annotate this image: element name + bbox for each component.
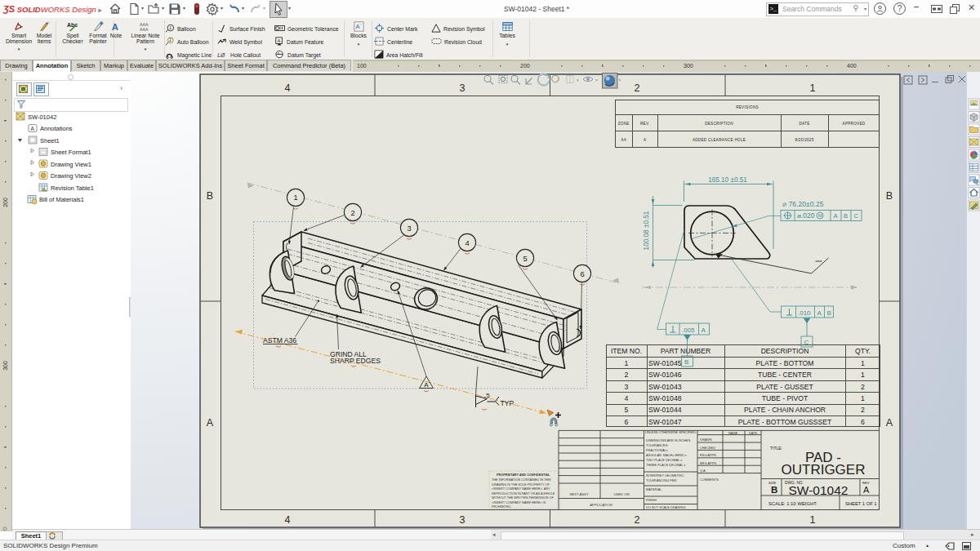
svg-text:Drawing View2: Drawing View2 xyxy=(51,172,91,180)
svg-text:5: 5 xyxy=(523,255,527,263)
svg-text:DATE: DATE xyxy=(749,431,757,435)
svg-text:FINISH: FINISH xyxy=(646,498,657,502)
svg-text:4: 4 xyxy=(285,514,291,526)
svg-text:2: 2 xyxy=(625,371,629,379)
svg-text:DRAWN: DRAWN xyxy=(700,438,712,442)
svg-text:1: 1 xyxy=(861,359,865,367)
svg-text:A: A xyxy=(31,126,35,131)
svg-text:Revision Table1: Revision Table1 xyxy=(51,184,94,192)
svg-text:SCALE: 1:10: SCALE: 1:10 xyxy=(768,501,796,506)
svg-text:A: A xyxy=(207,417,214,429)
svg-text:2: 2 xyxy=(635,82,640,94)
svg-text:ASTM A36: ASTM A36 xyxy=(263,336,296,344)
svg-text:3: 3 xyxy=(625,383,629,391)
svg-text:B: B xyxy=(844,212,848,220)
svg-text:M: M xyxy=(818,213,822,218)
svg-text:ANGULAR: MACH± BEND ±: ANGULAR: MACH± BEND ± xyxy=(646,453,688,457)
svg-text:AAA: AAA xyxy=(140,22,149,27)
svg-text:8/20/2025: 8/20/2025 xyxy=(795,138,813,142)
svg-text:A: A xyxy=(702,327,706,334)
svg-text:1: 1 xyxy=(810,82,816,94)
svg-text:MATERIAL: MATERIAL xyxy=(646,487,662,491)
svg-text:1: 1 xyxy=(169,25,172,30)
svg-text:TYP: TYP xyxy=(501,399,514,407)
svg-text:LØ: LØ xyxy=(217,52,225,58)
svg-text:300: 300 xyxy=(2,361,8,371)
svg-text:⌀.020: ⌀.020 xyxy=(797,211,815,220)
svg-text:SW-01043: SW-01043 xyxy=(648,383,682,391)
svg-text:TWO PLACE DECIMAL ±: TWO PLACE DECIMAL ± xyxy=(646,458,683,462)
svg-text:100.08 ±0.51: 100.08 ±0.51 xyxy=(643,211,650,250)
svg-text:3: 3 xyxy=(407,224,411,233)
svg-text:WITHOUT THE WRITTEN PERMISSION: WITHOUT THE WRITTEN PERMISSION OF xyxy=(492,496,554,500)
svg-text:COMMENTS:: COMMENTS: xyxy=(700,478,719,482)
svg-text:Sheet1: Sheet1 xyxy=(40,137,60,144)
svg-text:MFG APPR.: MFG APPR. xyxy=(700,461,717,465)
svg-text:QTY.: QTY. xyxy=(855,347,871,355)
svg-text:2: 2 xyxy=(861,383,865,391)
svg-text:PLATE - BOTTOM GUSSSET: PLATE - BOTTOM GUSSSET xyxy=(738,418,832,426)
svg-text:DIMENSIONS ARE IN INCHES: DIMENSIONS ARE IN INCHES xyxy=(646,438,691,442)
svg-text:1: 1 xyxy=(810,514,816,526)
svg-text:DESCRIPTION: DESCRIPTION xyxy=(705,122,733,126)
svg-text:A4: A4 xyxy=(621,138,626,142)
svg-text:TOLERANCES:: TOLERANCES: xyxy=(646,443,668,447)
svg-text:NEXT ASSY: NEXT ASSY xyxy=(569,492,588,496)
svg-text:TITLE:: TITLE: xyxy=(770,446,782,451)
svg-text:SIZE: SIZE xyxy=(768,481,777,485)
svg-text:1: 1 xyxy=(625,359,629,367)
svg-text:UNLESS OTHERWISE SPECIFIED:: UNLESS OTHERWISE SPECIFIED: xyxy=(645,430,697,434)
svg-text:SW-01042: SW-01042 xyxy=(789,483,849,497)
svg-text:.5: .5 xyxy=(484,392,490,399)
svg-text:C: C xyxy=(804,339,809,346)
svg-text:2: 2 xyxy=(635,514,640,526)
svg-text:A: A xyxy=(111,22,118,32)
svg-text:x: x xyxy=(278,51,279,55)
svg-text:4: 4 xyxy=(625,394,629,402)
svg-text:5: 5 xyxy=(625,406,629,414)
svg-text:SW-01045: SW-01045 xyxy=(648,359,682,367)
svg-text:TOLERANCING PER:: TOLERANCING PER: xyxy=(646,478,677,482)
svg-text:Drawing View1: Drawing View1 xyxy=(51,161,91,168)
svg-text:⌀ 76.20±0.25: ⌀ 76.20±0.25 xyxy=(782,200,824,208)
svg-text:1: 1 xyxy=(861,394,865,402)
svg-text:DATE: DATE xyxy=(799,122,809,126)
svg-text:300: 300 xyxy=(684,63,693,69)
svg-text:ADDED CLEARANCE HOLE: ADDED CLEARANCE HOLE xyxy=(693,138,746,142)
svg-text:SW-01046: SW-01046 xyxy=(648,371,682,379)
svg-text:B: B xyxy=(827,309,831,317)
svg-text:2: 2 xyxy=(861,406,865,414)
svg-text:B: B xyxy=(771,485,777,495)
svg-text:1: 1 xyxy=(861,371,865,379)
svg-text:Q.A.: Q.A. xyxy=(700,469,706,473)
svg-text:6: 6 xyxy=(580,270,584,278)
svg-text:THE INFORMATION CONTAINED IN T: THE INFORMATION CONTAINED IN THIS xyxy=(492,478,551,482)
svg-text:▾: ▾ xyxy=(595,78,598,82)
svg-text:SW-01047: SW-01047 xyxy=(648,418,682,426)
svg-text:Sheet Format1: Sheet Format1 xyxy=(51,149,91,156)
svg-text:FRACTIONAL±: FRACTIONAL± xyxy=(646,448,669,452)
svg-text:AAA: AAA xyxy=(140,27,149,32)
svg-text:DO NOT SCALE DRAWING: DO NOT SCALE DRAWING xyxy=(646,505,686,509)
svg-text:.010: .010 xyxy=(798,309,811,317)
svg-text:A: A xyxy=(424,381,429,389)
svg-text:A: A xyxy=(817,309,822,317)
svg-text:165.10 ±0.51: 165.10 ±0.51 xyxy=(708,176,747,184)
svg-text:<INSERT COMPANY NAME HERE>. A: <INSERT COMPANY NAME HERE>. ANY xyxy=(492,487,550,491)
svg-text:1: 1 xyxy=(293,193,297,202)
svg-text:A: A xyxy=(277,38,280,43)
svg-text:B: B xyxy=(684,358,688,366)
svg-text:3: 3 xyxy=(460,514,466,526)
svg-text:100: 100 xyxy=(357,63,367,69)
svg-text:SW-01048: SW-01048 xyxy=(648,394,682,402)
svg-text:PROPRIETARY AND CONFIDENTIAL: PROPRIETARY AND CONFIDENTIAL xyxy=(497,473,550,477)
svg-text:WEIGHT:: WEIGHT: xyxy=(798,501,818,506)
svg-text:C: C xyxy=(854,212,859,220)
svg-text:ENG APPR.: ENG APPR. xyxy=(700,453,717,457)
svg-text:NAME: NAME xyxy=(728,431,738,435)
svg-text:REV.: REV. xyxy=(640,122,650,126)
svg-text:200: 200 xyxy=(520,63,530,69)
svg-text:ZONE: ZONE xyxy=(618,122,630,126)
svg-text:PLATE - GUSSET: PLATE - GUSSET xyxy=(756,383,813,391)
svg-text:4: 4 xyxy=(285,82,291,94)
